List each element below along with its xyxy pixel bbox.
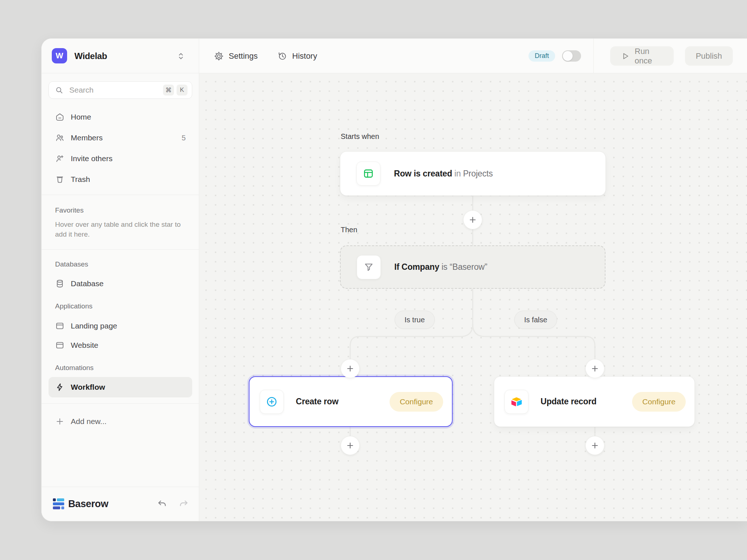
databases-section-title: Databases [55,260,88,268]
divider [42,249,199,250]
action-title: Update record [541,397,596,407]
database-icon [55,279,65,288]
sidebar-item-label: Home [71,113,91,121]
trash-icon [55,175,65,184]
search-input[interactable] [69,85,160,95]
baserow-logo-icon [53,498,64,509]
play-icon [620,51,630,61]
undo-button[interactable] [157,499,168,510]
search-box[interactable]: ⌘ K [49,81,192,99]
divider [593,39,594,73]
members-icon [55,133,65,143]
sidebar-item-label: Trash [71,175,90,184]
then-label: Then [341,226,357,234]
add-step-button[interactable] [341,359,360,378]
app-window: W Widelab ⌘ K Home Members [41,38,747,521]
workspace-switcher[interactable]: W Widelab [42,39,199,73]
sidebar-item-label: Website [71,341,98,350]
publish-button[interactable]: Publish [685,46,733,66]
k-key-badge: K [177,85,187,96]
sidebar-item-landing-page[interactable]: Landing page [49,316,192,336]
workspace-name: Widelab [74,39,107,73]
sidebar-item-label: Invite others [71,154,112,163]
sidebar-item-label: Landing page [71,322,117,330]
history-label: History [292,51,317,61]
run-once-button[interactable]: Run once [610,46,674,66]
update-record-node[interactable]: Update record Configure [494,376,695,427]
branch-false-label: Is false [514,311,557,329]
sidebar-item-members[interactable]: Members 5 [49,128,192,148]
gear-icon [214,51,224,61]
configure-button[interactable]: Configure [632,392,686,412]
circled-plus-icon [260,390,284,414]
history-button[interactable]: History [277,39,317,73]
sidebar-item-label: Database [71,279,104,288]
redo-button[interactable] [178,499,189,510]
filter-icon [357,255,381,279]
publish-label: Publish [696,51,722,61]
add-step-button[interactable] [463,210,482,229]
add-new-button[interactable]: Add new... [49,411,192,432]
settings-label: Settings [229,51,258,61]
invite-icon [55,154,65,163]
run-once-label: Run once [635,47,663,66]
settings-button[interactable]: Settings [214,39,258,73]
baserow-wordmark: Baserow [68,487,108,521]
sidebar-item-home[interactable]: Home [49,107,192,127]
divider [42,403,199,404]
bolt-icon [55,382,65,392]
search-icon [55,86,64,95]
sidebar-item-label: Members [71,133,103,142]
trigger-title: Row is created in Projects [394,169,493,179]
add-new-label: Add new... [71,417,107,426]
plus-icon [55,417,65,426]
chevron-updown-icon [175,51,186,63]
sidebar-item-workflow[interactable]: Workflow [49,377,192,397]
sidebar-item-trash[interactable]: Trash [49,169,192,190]
divider [42,195,199,195]
browser-icon [55,341,65,350]
status-badge: Draft [529,50,555,62]
favorites-hint: Hover over any table and click the star … [55,219,183,239]
sidebar-item-website[interactable]: Website [49,335,192,355]
sidebar: W Widelab ⌘ K Home Members [42,39,199,521]
sidebar-footer: Baserow [42,487,199,521]
workspace-avatar: W [52,48,67,63]
cmd-key-badge: ⌘ [163,85,174,96]
home-icon [55,112,65,122]
condition-node[interactable]: If Company is “Baserow” [340,245,605,289]
toggle-knob [563,51,573,61]
configure-button[interactable]: Configure [390,392,443,412]
table-icon [356,162,380,186]
applications-section-title: Applications [55,302,92,310]
airtable-icon [504,390,529,414]
publish-toggle[interactable] [562,50,581,62]
action-title: Create row [296,397,338,407]
trigger-node[interactable]: Row is created in Projects [340,151,606,196]
condition-title: If Company is “Baserow” [394,262,487,272]
create-row-node[interactable]: Create row Configure [249,376,453,427]
automations-section-title: Automations [55,364,94,372]
add-step-button[interactable] [585,359,604,378]
history-clock-icon [277,51,287,61]
sidebar-item-database[interactable]: Database [49,273,192,294]
branch-true-label: Is true [395,311,435,329]
topbar: Settings History Draft Run once Publish [199,39,747,73]
sidebar-item-label: Workflow [71,383,105,392]
add-step-button[interactable] [341,436,360,455]
workflow-canvas[interactable]: Starts when Row is created in Projects T… [199,73,747,521]
sidebar-item-invite-others[interactable]: Invite others [49,148,192,169]
browser-icon [55,321,65,331]
starts-when-label: Starts when [341,132,379,141]
workspace-initial: W [56,51,63,61]
add-step-button[interactable] [585,436,604,455]
favorites-section-title: Favorites [55,206,84,214]
members-count-badge: 5 [182,134,186,142]
workflow-connectors [199,73,747,521]
